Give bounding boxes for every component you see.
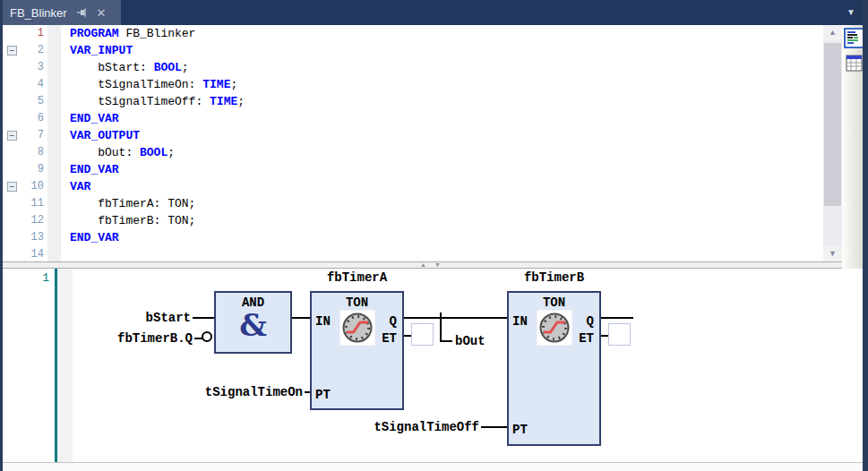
line-number: 2 [3, 44, 44, 56]
code-line-6[interactable]: 6END_VAR [3, 110, 823, 127]
pin-icon[interactable] [76, 7, 88, 18]
network-margin [57, 269, 73, 462]
timer-a-instance-label[interactable]: fbTimerA [310, 270, 404, 285]
wire [292, 317, 310, 319]
wire [481, 426, 507, 428]
junction-tick [440, 313, 442, 318]
code-line-10[interactable]: −10VAR [3, 178, 823, 195]
scroll-down-icon[interactable]: ▼ [823, 246, 842, 261]
pane-splitter[interactable]: ▲ ▼ [3, 261, 842, 269]
tab-list-dropdown-icon[interactable]: ▼ [847, 7, 855, 17]
line-number: 8 [3, 146, 44, 158]
timer-b-et-box[interactable] [608, 323, 631, 346]
timer-b-port-et[interactable]: ET [579, 331, 594, 346]
code-text: fbTimerA: TON; [70, 197, 195, 210]
timer-b-block[interactable]: TON IN Q ET PT [507, 291, 601, 446]
timer-b-port-in[interactable]: IN [512, 314, 528, 329]
scroll-up-icon[interactable]: ▲ [823, 25, 842, 40]
code-text: bStart: BOOL; [70, 61, 189, 74]
code-line-12[interactable]: 12 fbTimerB: TON; [3, 212, 823, 229]
line-number: 10 [3, 180, 44, 193]
code-line-11[interactable]: 11 fbTimerA: TON; [3, 195, 823, 212]
code-line-9[interactable]: 9END_VAR [3, 161, 823, 178]
line-number: 9 [3, 163, 44, 176]
wire-label-bout[interactable]: bOut [455, 334, 486, 348]
wire [193, 317, 214, 319]
timer-a-port-q[interactable]: Q [390, 314, 397, 329]
wire [404, 335, 411, 337]
wire [601, 335, 608, 337]
timer-a-et-box[interactable] [411, 323, 434, 346]
code-text: tSignalTimeOff: TIME; [70, 95, 245, 108]
timer-a-port-et[interactable]: ET [382, 331, 397, 346]
tabular-view-button[interactable] [844, 53, 864, 73]
tab-title: FB_Blinker [10, 6, 67, 20]
twincat-editor-window: FB_Blinker ✕ ▼ 1PROGRAM FB_Blinker−2VAR_… [0, 0, 868, 471]
code-line-8[interactable]: 8 bOut: BOOL; [3, 144, 823, 161]
ton-clock-icon [339, 310, 375, 346]
code-text: END_VAR [70, 231, 119, 244]
code-text: VAR_OUTPUT [70, 129, 140, 142]
close-icon[interactable]: ✕ [97, 7, 107, 19]
scrollbar-thumb[interactable] [824, 43, 841, 206]
line-number: 3 [3, 61, 44, 73]
code-text: END_VAR [70, 112, 119, 125]
timer-b-port-q[interactable]: Q [587, 314, 594, 329]
textual-view-button[interactable] [844, 28, 864, 48]
timer-b-port-pt[interactable]: PT [512, 423, 528, 437]
line-number: 11 [3, 197, 44, 210]
code-line-4[interactable]: 4 tSignalTimeOn: TIME; [3, 76, 823, 93]
code-line-7[interactable]: −7VAR_OUTPUT [3, 127, 823, 144]
code-text: PROGRAM FB_Blinker [70, 27, 195, 40]
code-text: fbTimerB: TON; [70, 214, 195, 227]
timer-a-port-pt[interactable]: PT [315, 388, 331, 402]
wire [440, 340, 452, 342]
code-line-14[interactable]: 14 [3, 246, 823, 261]
line-number: 7 [3, 129, 44, 141]
wire-label-fbtimerb-q[interactable]: fbTimerB.Q [94, 331, 193, 346]
wire [601, 317, 633, 319]
wire-label-bstart[interactable]: bStart [110, 311, 191, 325]
splitter-collapse-up-icon[interactable]: ▲ [420, 261, 426, 269]
ton-clock-icon [537, 310, 572, 346]
line-number: 12 [3, 214, 44, 227]
timer-a-header: TON [312, 295, 402, 310]
code-text: VAR_INPUT [70, 44, 133, 57]
code-text: END_VAR [70, 163, 119, 176]
timer-a-block[interactable]: TON IN Q ET PT [310, 291, 404, 410]
splitter-collapse-down-icon[interactable]: ▼ [434, 261, 441, 269]
wire-label-tsignaltimeoff[interactable]: tSignalTimeOff [366, 420, 479, 434]
code-text: bOut: BOOL; [70, 146, 175, 159]
code-line-1[interactable]: 1PROGRAM FB_Blinker [3, 25, 823, 42]
timer-a-port-in[interactable]: IN [315, 314, 331, 329]
and-symbol: & [216, 307, 290, 343]
negation-circle[interactable] [202, 331, 212, 342]
tab-fb-blinker[interactable]: FB_Blinker ✕ [3, 0, 121, 25]
wire [440, 319, 442, 342]
code-line-13[interactable]: 13END_VAR [3, 229, 823, 246]
editor-side-toolbar [842, 25, 865, 269]
st-declaration-editor[interactable]: 1PROGRAM FB_Blinker−2VAR_INPUT3 bStart: … [3, 25, 823, 261]
line-number: 5 [3, 95, 44, 107]
timer-b-instance-label[interactable]: fbTimerB [507, 270, 601, 285]
line-number: 14 [3, 248, 44, 261]
wire-label-tsignaltimeon[interactable]: tSignalTimeOn [190, 385, 303, 399]
tabular-editor-icon [846, 55, 863, 72]
and-block[interactable]: AND & [214, 291, 292, 354]
textual-editor-icon [847, 30, 862, 46]
code-text: VAR [70, 180, 90, 193]
line-number: 4 [3, 78, 44, 90]
editor-vertical-scrollbar[interactable]: ▲ ▼ [823, 25, 842, 261]
wire [404, 317, 507, 319]
timer-b-header: TON [509, 295, 599, 310]
fbd-network-editor[interactable]: 1 fbTimerA fbTimerB bStart fbTimerB.Q tS… [3, 269, 865, 462]
line-number: 1 [3, 27, 44, 39]
code-line-5[interactable]: 5 tSignalTimeOff: TIME; [3, 93, 823, 110]
code-line-3[interactable]: 3 bStart: BOOL; [3, 59, 823, 76]
network-number: 1 [28, 271, 49, 285]
document-tab-bar: FB_Blinker ✕ ▼ [3, 0, 863, 25]
code-line-2[interactable]: −2VAR_INPUT [3, 42, 823, 59]
code-lines: 1PROGRAM FB_Blinker−2VAR_INPUT3 bStart: … [3, 25, 823, 261]
line-number: 6 [3, 112, 44, 124]
line-number: 13 [3, 231, 44, 244]
